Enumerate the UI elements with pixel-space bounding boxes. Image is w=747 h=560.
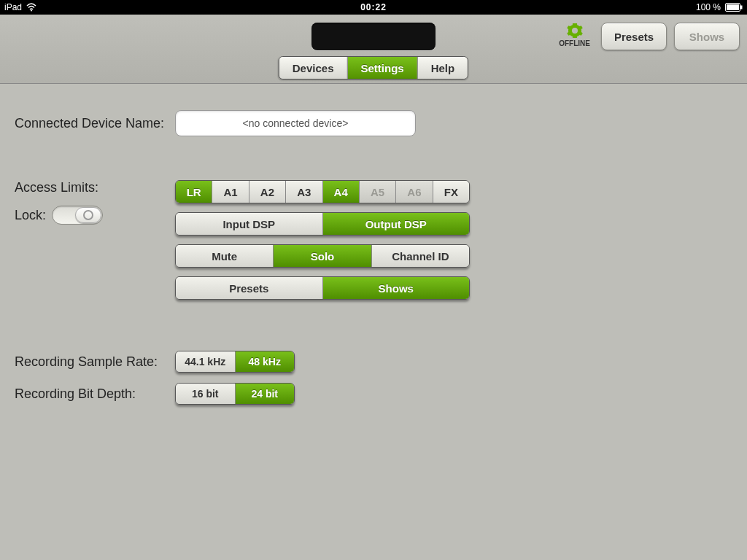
bit-depth-24[interactable]: 24 bit — [235, 384, 295, 404]
status-time: 00:22 — [360, 2, 387, 12]
channel-a4[interactable]: A4 — [322, 181, 359, 203]
carrier-label: iPad — [4, 2, 22, 12]
main-tab-bar: Devices Settings Help — [279, 56, 468, 79]
tab-devices[interactable]: Devices — [279, 57, 347, 79]
ps-segmented: Presets Shows — [175, 276, 470, 300]
access-limits-label: Access Limits: — [15, 180, 175, 195]
tab-help[interactable]: Help — [417, 57, 468, 79]
device-name-field[interactable]: <no connected device> — [175, 110, 416, 136]
channel-lr[interactable]: LR — [176, 181, 212, 203]
dsp-segmented: Input DSP Output DSP — [175, 212, 470, 236]
channel-a3[interactable]: A3 — [285, 181, 322, 203]
shows-seg-button[interactable]: Shows — [322, 277, 470, 299]
bit-depth-label: Recording Bit Depth: — [0, 386, 175, 402]
tab-settings[interactable]: Settings — [347, 57, 417, 79]
presets-seg-button[interactable]: Presets — [176, 277, 322, 299]
channel-id-button[interactable]: Channel ID — [371, 245, 469, 267]
device-name-value: <no connected device> — [243, 117, 349, 129]
wifi-icon — [26, 3, 36, 12]
presets-button[interactable]: Presets — [601, 23, 667, 50]
lock-toggle-knob — [75, 207, 101, 223]
status-bar: iPad 00:22 100 % — [0, 0, 747, 15]
input-dsp-button[interactable]: Input DSP — [176, 213, 322, 235]
battery-label: 100 % — [696, 2, 721, 12]
channel-a6[interactable]: A6 — [395, 181, 432, 203]
channel-fx[interactable]: FX — [433, 181, 469, 203]
bit-depth-16[interactable]: 16 bit — [176, 384, 235, 404]
mute-button[interactable]: Mute — [176, 245, 273, 267]
output-dsp-button[interactable]: Output DSP — [322, 213, 470, 235]
gear-icon — [566, 22, 584, 39]
svg-rect-2 — [727, 4, 739, 10]
sample-rate-48[interactable]: 48 kHz — [235, 351, 295, 372]
lock-label: Lock: — [15, 208, 46, 223]
battery-icon — [725, 3, 743, 12]
bit-depth-segmented: 16 bit 24 bit — [175, 383, 295, 405]
sample-rate-label: Recording Sample Rate: — [0, 354, 175, 370]
settings-panel: Connected Device Name: <no connected dev… — [0, 84, 747, 560]
lock-toggle[interactable] — [52, 206, 103, 225]
msc-segmented: Mute Solo Channel ID — [175, 244, 470, 268]
device-name-label: Connected Device Name: — [0, 116, 175, 131]
recording-block: Recording Sample Rate: 44.1 kHz 48 kHz R… — [0, 351, 747, 405]
svg-rect-3 — [740, 6, 743, 9]
sample-rate-44[interactable]: 44.1 kHz — [176, 351, 235, 372]
shows-button[interactable]: Shows — [674, 23, 740, 50]
solo-button[interactable]: Solo — [273, 245, 371, 267]
channel-segmented: LR A1 A2 A3 A4 A5 A6 FX — [175, 180, 470, 203]
channel-a1[interactable]: A1 — [212, 181, 248, 203]
access-limits-block: Access Limits: Lock: LR A1 A2 A3 A4 A5 A… — [0, 180, 747, 300]
device-name-row: Connected Device Name: <no connected dev… — [0, 110, 747, 136]
connection-status: OFFLINE — [559, 22, 590, 47]
title-display — [311, 23, 436, 50]
channel-a5[interactable]: A5 — [359, 181, 395, 203]
channel-a2[interactable]: A2 — [249, 181, 285, 203]
offline-label: OFFLINE — [559, 39, 590, 47]
svg-point-0 — [31, 10, 32, 12]
app-header: OFFLINE Presets Shows Devices Settings H… — [0, 15, 747, 84]
sample-rate-segmented: 44.1 kHz 48 kHz — [175, 351, 295, 373]
